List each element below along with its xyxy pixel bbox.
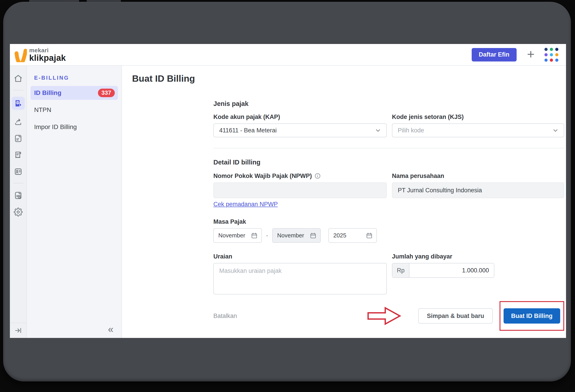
- sidebar-item-id-billing[interactable]: ID Billing 337: [30, 86, 118, 100]
- chevron-down-icon: [552, 127, 559, 134]
- sidebar-section-title: E-BILLING: [30, 75, 118, 81]
- section-heading-detail: Detail ID billing: [213, 158, 564, 166]
- sidebar-item-ntpn[interactable]: NTPN: [30, 103, 118, 117]
- rail-divider: [13, 90, 23, 90]
- settings-gear-icon[interactable]: [14, 208, 23, 217]
- app-dot: [550, 59, 553, 62]
- document-clock-icon[interactable]: [14, 191, 23, 200]
- export-icon[interactable]: [14, 117, 23, 126]
- kjs-placeholder: Pilih kode: [398, 127, 424, 134]
- info-icon[interactable]: [314, 173, 321, 179]
- masa-to-value: November: [277, 232, 304, 239]
- uraian-textarea[interactable]: [213, 263, 387, 294]
- brand-logo: mekari klikpajak: [13, 47, 66, 62]
- range-separator: -: [262, 232, 272, 239]
- brand-name-mekari: mekari: [29, 47, 66, 53]
- batalkan-link[interactable]: Batalkan: [213, 313, 237, 320]
- sidebar-item-impor-id-billing[interactable]: Impor ID Billing: [30, 120, 118, 134]
- currency-prefix: Rp: [392, 263, 409, 277]
- kjs-select[interactable]: Pilih kode: [392, 123, 564, 137]
- id-card-icon[interactable]: [14, 167, 23, 176]
- app-dot: [550, 53, 553, 56]
- app-dot: [545, 53, 548, 56]
- app-dot: [555, 48, 558, 51]
- svg-text:$: $: [17, 101, 18, 104]
- collapse-sidebar-icon[interactable]: «: [108, 324, 113, 335]
- masa-pajak-label: Masa Pajak: [213, 218, 387, 225]
- document-icon[interactable]: [14, 134, 23, 143]
- buat-id-billing-form: Jenis pajak Kode akun pajak (KAP) 411611…: [213, 100, 564, 331]
- masa-from-picker[interactable]: November: [213, 228, 262, 243]
- app-launcher-grid-icon[interactable]: [545, 48, 558, 62]
- annotation-arrow-icon: [367, 306, 402, 326]
- daftar-efin-button[interactable]: Daftar Efin: [472, 48, 517, 62]
- sidebar-item-label: Impor ID Billing: [34, 123, 77, 131]
- company-name-label: Nama perusahaan: [392, 172, 564, 180]
- expand-sidebar-icon[interactable]: [10, 323, 26, 338]
- section-divider: [213, 148, 564, 148]
- main-content: Buat ID Billing Jenis pajak Kode akun pa…: [122, 66, 566, 338]
- sidebar-item-label: NTPN: [34, 106, 51, 113]
- page-title: Buat ID Billing: [132, 73, 566, 84]
- kap-select[interactable]: 411611 - Bea Meterai: [213, 123, 387, 137]
- receipt-icon[interactable]: [14, 151, 23, 159]
- app-header: mekari klikpajak Daftar Efin +: [10, 44, 566, 66]
- brand-name-klikpajak: klikpajak: [29, 54, 66, 62]
- buat-id-billing-button[interactable]: Buat ID Billing: [503, 308, 560, 324]
- chevron-down-icon: [375, 127, 381, 134]
- app-dot: [545, 59, 548, 62]
- masa-to-picker: November: [272, 228, 321, 243]
- section-heading-jenis-pajak: Jenis pajak: [213, 100, 564, 108]
- masa-pajak-range: November - November: [213, 228, 387, 243]
- rail-divider: [13, 183, 23, 183]
- home-icon[interactable]: [13, 74, 23, 83]
- simpan-buat-baru-button[interactable]: Simpan & buat baru: [418, 308, 493, 324]
- masa-year-value: 2025: [333, 232, 346, 239]
- id-billing-count-badge: 337: [98, 89, 115, 97]
- icon-rail: $: [10, 66, 27, 338]
- mekari-check-icon: [13, 47, 27, 62]
- plus-icon[interactable]: +: [527, 47, 535, 61]
- e-billing-icon[interactable]: $: [12, 97, 25, 110]
- calendar-icon: [310, 232, 317, 239]
- npwp-label: Nomor Pokok Wajib Pajak (NPWP): [213, 172, 312, 180]
- app-dot: [550, 48, 553, 51]
- uraian-label: Uraian: [213, 253, 387, 260]
- e-billing-sidebar: E-BILLING ID Billing 337 NTPN Impor ID B…: [27, 66, 122, 338]
- jumlah-label: Jumlah yang dibayar: [392, 253, 564, 260]
- calendar-icon: [251, 232, 258, 239]
- device-mockup: mekari klikpajak Daftar Efin +: [0, 0, 575, 392]
- jumlah-input-group: Rp: [392, 263, 494, 278]
- sidebar-item-label: ID Billing: [34, 89, 61, 96]
- app-dot: [555, 59, 558, 62]
- jumlah-input[interactable]: [409, 263, 494, 277]
- npwp-label-row: Nomor Pokok Wajib Pajak (NPWP): [213, 172, 387, 180]
- annotation-highlight-box: Buat ID Billing: [500, 301, 564, 331]
- kjs-label: Kode jenis setoran (KJS): [392, 113, 564, 121]
- cek-pemadanan-npwp-link[interactable]: Cek pemadanan NPWP: [213, 200, 278, 208]
- app-dot: [555, 53, 558, 56]
- form-footer: Batalkan Simpan & buat baru Buat ID Bill…: [213, 301, 564, 331]
- calendar-icon: [366, 232, 373, 239]
- klikpajak-app-window: mekari klikpajak Daftar Efin +: [10, 44, 566, 338]
- company-name-input: [392, 182, 564, 198]
- kap-selected-value: 411611 - Bea Meterai: [219, 127, 277, 134]
- kap-label: Kode akun pajak (KAP): [213, 113, 387, 121]
- npwp-input: [213, 182, 387, 198]
- app-dot: [545, 48, 548, 51]
- masa-from-value: November: [218, 232, 245, 239]
- masa-year-picker[interactable]: 2025: [328, 228, 377, 243]
